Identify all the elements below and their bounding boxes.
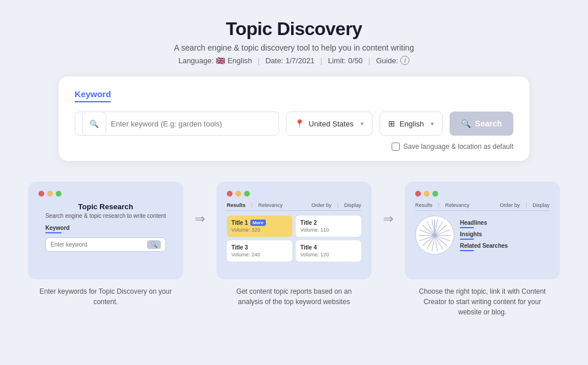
step2-card: Results | Relevancy Order by | Display T… [216,182,372,279]
language-grid-icon: ⊞ [388,119,395,128]
search-row: 🔍 📍 United States ▾ ⊞ English ▾ 🔍 Search [75,112,513,136]
step1-description: Enter keywords for Topic Discovery on yo… [37,286,175,307]
date-label: Date: [265,56,283,65]
arrow2: ⇒ [374,212,402,226]
divider2: | [320,56,322,65]
header-meta: Language: 🇬🇧 English | Date: 1/7/2021 | … [174,56,414,65]
guide-info-icon[interactable]: i [400,56,409,65]
step2-vol-1: Volume: 110 [300,227,357,233]
sunburst-wheel [415,216,454,255]
search-btn-label: Search [475,119,502,128]
date-value: 1/7/2021 [285,56,315,65]
step1-block: Topic Research Search engine & topic res… [25,182,186,307]
page-title: Topic Discovery [174,18,414,40]
step1-inner-title: Topic Research [38,202,173,211]
language-label: Language: [179,56,214,65]
divider1: | [258,56,260,65]
save-default-row: Save language & location as default [75,143,513,151]
language-meta: Language: 🇬🇧 English [179,56,252,65]
step2-vol-2: Volume: 240 [231,252,288,258]
limit-label: Limit: [328,56,346,65]
dot-yellow [47,191,53,197]
step2-title-3: Title 4 [300,244,317,251]
step3-tab-orderby[interactable]: Order by [500,202,520,208]
location-value: United States [309,120,354,128]
search-btn-icon: 🔍 [461,119,471,128]
step2-tab-relevancy[interactable]: Relevancy [258,202,283,208]
step2-cell-3[interactable]: Title 4 Volume: 120 [296,240,361,262]
limit-meta: Limit: 0/50 [328,56,362,65]
location-pin-icon: 📍 [295,119,304,128]
arrow1: ⇒ [186,212,214,226]
page-wrapper: Topic Discovery A search engine & topic … [0,0,588,365]
step3-tab-display[interactable]: Display [532,202,550,208]
page-subtitle: A search engine & topic discovery tool t… [174,43,414,52]
dot-red [38,191,44,197]
step1-input-row: 🔍 [45,237,166,252]
step2-cell-2[interactable]: Title 3 Volume: 240 [227,240,292,262]
step3-label-insights: Insights [460,231,550,240]
step1-search-btn[interactable]: 🔍 [147,240,161,249]
step2-vol-0: Volume: 320 [231,227,288,233]
steps-row: Topic Research Search engine & topic res… [23,182,565,317]
keyword-tab[interactable]: Keyword [75,89,111,102]
more-badge: More [250,220,266,226]
step2-tab-results[interactable]: Results [227,202,246,208]
step2-vol-3: Volume: 120 [300,252,357,258]
step2-tab-display[interactable]: Display [344,202,361,208]
guide-meta: Guide: i [376,56,409,65]
limit-value: 0/50 [348,56,362,65]
location-dropdown[interactable]: 📍 United States ▾ [286,112,373,136]
step1-kw-input[interactable] [51,241,144,248]
step3-label-related: Related Searches [460,243,550,251]
step1-card: Topic Research Search engine & topic res… [28,182,183,279]
step2-cell-1[interactable]: Title 2 Volume: 110 [296,216,361,237]
guide-label: Guide: [376,56,398,65]
search-button[interactable]: 🔍 Search [450,112,513,136]
step2-grid: Title 1 More Volume: 320 Title 2 Volume:… [227,216,361,262]
step2-tab-orderby[interactable]: Order by [311,202,331,208]
keyword-input[interactable] [111,120,272,128]
step2-description: Get content topic reports based on an an… [225,286,363,307]
chevron-down-icon2: ▾ [431,120,434,128]
dot-yellow3 [424,191,430,197]
step2-cell-0[interactable]: Title 1 More Volume: 320 [227,216,292,237]
step2-title-0: Title 1 [231,220,248,226]
step3-block: Results | Relevancy Order by | Display [402,182,563,317]
step3-body: Headlines Insights Related Searches [415,216,550,255]
step1-dots [38,191,173,197]
search-icon: 🔍 [82,112,106,136]
step2-title-2: Title 3 [231,244,248,251]
save-default-label[interactable]: Save language & location as default [404,143,513,151]
step3-label-headlines: Headlines [460,220,550,228]
step3-labels: Headlines Insights Related Searches [460,220,550,251]
step2-block: Results | Relevancy Order by | Display T… [214,182,374,307]
step3-description: Choose the right topic, link it with Con… [413,286,551,317]
step1-kw-label: Keyword [45,225,166,231]
step1-kw-underline [45,232,61,233]
dot-green2 [244,191,250,197]
dot-green [56,191,61,197]
step2-dots [227,191,361,197]
dot-yellow2 [235,191,241,197]
save-default-checkbox[interactable] [392,143,400,151]
step3-tab-relevancy[interactable]: Relevancy [445,202,469,208]
step1-inner-subtitle: Search engine & topic research to write … [38,213,173,219]
step2-tabs: Results | Relevancy Order by | Display [227,202,361,211]
sunburst-graphic [417,218,452,252]
chevron-down-icon: ▾ [361,120,364,128]
language-value: English [227,56,252,65]
keyword-input-wrap: 🔍 [75,112,279,136]
dot-green3 [432,191,438,197]
sl10 [419,235,435,236]
dot-red2 [227,191,233,197]
language-dropdown[interactable]: ⊞ English ▾ [380,112,443,136]
language-value: English [400,120,424,128]
step3-tab-results[interactable]: Results [415,202,432,208]
date-meta: Date: 1/7/2021 [265,56,315,65]
divider3: | [369,56,370,65]
step3-dots [415,191,550,197]
dot-red3 [415,191,421,197]
step3-card: Results | Relevancy Order by | Display [405,182,560,279]
header: Topic Discovery A search engine & topic … [174,18,414,65]
